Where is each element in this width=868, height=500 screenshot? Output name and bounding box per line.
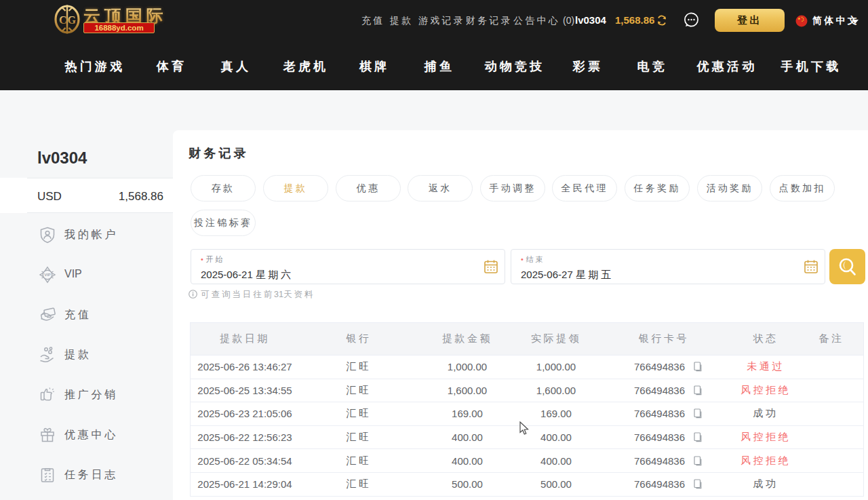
svg-text:VIP: VIP — [44, 273, 51, 277]
